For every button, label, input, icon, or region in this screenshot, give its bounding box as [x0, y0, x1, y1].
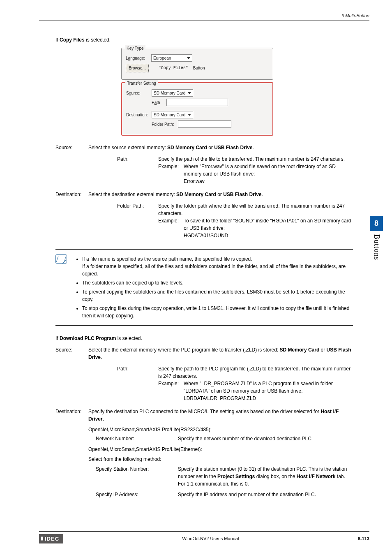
decor-stripe-right — [277, 48, 279, 136]
example-value-2: HGDATA01\SOUND — [184, 232, 353, 239]
note-bullet-1: If a file name is specified as the sourc… — [82, 255, 353, 278]
driver-line-1: OpenNet,MicroSmart,SmartAXIS Pro/Lite(RS… — [88, 426, 353, 433]
source-definition: Source: Select the source external memor… — [55, 144, 353, 187]
copy-files-heading: If Copy Files is selected. — [55, 36, 353, 44]
example-label: Example: — [158, 163, 184, 178]
note-bullet-3: To prevent copying the subfolders and th… — [82, 288, 353, 303]
path-input[interactable] — [166, 99, 228, 106]
note-box: If a file name is specified as the sourc… — [55, 249, 353, 326]
example-label-2: Example: — [158, 217, 184, 232]
download-plc-heading: If Download PLC Program is selected. — [55, 335, 353, 342]
plc-path-desc: Specify the path to the PLC program file… — [158, 365, 353, 380]
copy-files-label: "Copy Files" — [159, 65, 188, 71]
station-number-label: Specify Station Number: — [96, 465, 178, 488]
decor-stripe-left — [115, 48, 118, 136]
note-bullet-2: The subfolders can be copied up to five … — [82, 279, 353, 287]
method-intro: Select from the following method: — [88, 456, 353, 463]
manual-title: WindO/I-NV2 User's Manual — [182, 535, 239, 542]
folder-path-input[interactable] — [178, 120, 231, 128]
source-desc: Select the source external memory: SD Me… — [88, 144, 353, 151]
idec-logo: IDEC — [39, 534, 63, 544]
path-term: Path: — [117, 155, 158, 185]
plc-source-desc: Select the the external memory where the… — [88, 346, 353, 361]
transfer-setting-group: Transfer Setting Source: SD Memory Card … — [121, 82, 273, 136]
source-label: Source: — [126, 90, 149, 96]
example-text-2: To save it to the folder "SOUND" inside … — [184, 217, 353, 232]
plc-source-term: Source: — [55, 346, 88, 404]
transfer-setting-legend: Transfer Setting — [125, 80, 158, 86]
network-number-label: Network Number: — [96, 435, 178, 442]
header-section: 6 Multi-Button — [341, 13, 369, 18]
destination-definition: Destination: Select the destination exte… — [55, 191, 353, 241]
network-number-row: Network Number: Specify the network numb… — [96, 435, 353, 442]
destination-dropdown[interactable]: SD Memory Card — [152, 111, 193, 118]
plc-destination-definition: Destination: Specify the destination PLC… — [55, 408, 353, 500]
key-type-legend: Key Type — [125, 45, 145, 51]
chapter-number: 8 — [370, 216, 383, 231]
page-footer: IDEC WindO/I-NV2 User's Manual 8-113 — [39, 531, 369, 544]
example-text-3: Where "LDR_PROGRAM.ZLD" is a PLC program… — [184, 380, 353, 395]
ip-address-row: Specify IP Address: Specify the IP addre… — [96, 491, 353, 498]
destination-label: Destination: — [126, 112, 149, 118]
station-number-row: Specify Station Number: Specify the stat… — [96, 465, 353, 488]
ip-address-desc: Specify the IP address and port number o… — [178, 491, 353, 498]
folder-path-label: Folder Path: — [152, 121, 175, 127]
chapter-tab: 8 Buttons — [370, 216, 383, 260]
page-header: 6 Multi-Button — [39, 12, 369, 21]
chapter-title: Buttons — [371, 234, 382, 260]
page-number: 8-113 — [358, 535, 369, 542]
ip-address-label: Specify IP Address: — [96, 491, 178, 498]
language-label: Language: — [126, 55, 149, 61]
folder-path-term: Folder Path: — [117, 202, 158, 239]
example-value-3: LDRDATA\LDR_PROGRAM.ZLD — [184, 395, 353, 402]
destination-term: Destination: — [55, 191, 88, 241]
dialog-screenshot: Key Type Language: European Browse... "C… — [121, 48, 273, 136]
plc-destination-term: Destination: — [55, 408, 88, 500]
driver-line-2: OpenNet,MicroSmart,SmartAXIS Pro/Lite(Et… — [88, 446, 353, 453]
network-number-desc: Specify the network number of the downlo… — [178, 435, 353, 442]
station-number-desc: Specify the station number (0 to 31) of … — [178, 465, 353, 488]
source-term: Source: — [55, 144, 88, 187]
language-dropdown[interactable]: European — [151, 54, 192, 62]
path-desc: Specify the path of the file to be trans… — [158, 155, 353, 163]
note-icon — [55, 254, 67, 264]
browse-button[interactable]: Browse... — [126, 64, 149, 72]
plc-path-term: Path: — [117, 365, 158, 402]
button-word: Button — [193, 65, 205, 71]
note-bullet-4: To stop copying files during the copy op… — [82, 305, 353, 319]
example-text: Where "Error.wav" is a sound file saved … — [184, 163, 353, 178]
path-label: Path — [152, 99, 164, 106]
key-type-group: Key Type Language: European Browse... "C… — [121, 48, 273, 80]
folder-path-desc: Specify the folder path where the file w… — [158, 202, 353, 217]
example-value: Error.wav — [184, 178, 353, 185]
destination-desc: Select the destination external memory: … — [88, 191, 353, 198]
plc-destination-desc: Specify the destination PLC connected to… — [88, 408, 353, 423]
example-label-3: Example: — [158, 380, 184, 395]
plc-source-definition: Source: Select the the external memory w… — [55, 346, 353, 404]
source-dropdown[interactable]: SD Memory Card — [152, 89, 193, 97]
